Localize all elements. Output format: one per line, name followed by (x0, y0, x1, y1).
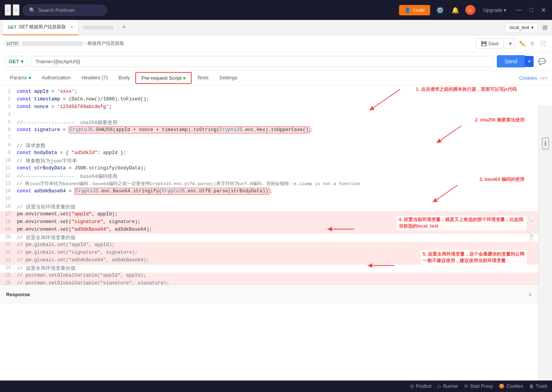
doc-button[interactable]: 📄 (538, 38, 547, 49)
line-num-12: 12 (0, 173, 15, 179)
line-num-5: 5 (0, 119, 15, 125)
breadcrumb-endpoint-name: 根据用户信息获取 (87, 40, 124, 47)
response-title: Response (6, 292, 30, 297)
tab-prerequest-label: Pre-request Script (141, 75, 182, 81)
cookies-status-label: Cookies (506, 384, 523, 389)
line-num-7: 7 (0, 134, 15, 140)
upgrade-button[interactable]: Upgrade ▾ (480, 6, 509, 15)
line-num-16: 16 (0, 203, 15, 209)
line-content-25: // postman.setGlobalVariable("appId", ap… (15, 272, 538, 279)
upgrade-chevron-icon: ▾ (504, 7, 506, 13)
code-line-20: 20 // 设置全局环境变量的值 (0, 234, 538, 242)
save-button[interactable]: 💾 Save (476, 38, 504, 49)
url-input[interactable] (31, 56, 494, 67)
tab-params-label: Params (10, 75, 27, 80)
invite-label: Invite (413, 7, 425, 13)
line-content-10: // 将参数转为json字符串 (15, 157, 538, 165)
code-line-25: 25 // postman.setGlobalVariable("appId",… (0, 272, 538, 280)
collapse-panel-icon[interactable]: ‹ (529, 216, 534, 226)
line-num-6: 6 (0, 127, 15, 133)
request-tab-active[interactable]: GET GET 根据用户信息获取 ✕ (3, 20, 79, 35)
editor-area: 1 const appId = 'xxxx'; 2 const timestam… (0, 85, 538, 304)
line-content-12: //------------------ base64编码使用 (15, 173, 538, 180)
cookies-link[interactable]: Cookies (519, 75, 537, 81)
line-content-13: // 将json字符串转为base64编码，base64编码之前一定要使用Cry… (15, 180, 538, 187)
tab-blurred[interactable] (79, 20, 119, 35)
notification-icon-button[interactable]: 🔔 (450, 5, 461, 15)
url-actions: 💾 Save ▾ ✏️ ⎘ 📄 (476, 38, 547, 49)
copy-button[interactable]: ⎘ (529, 38, 536, 49)
tab-close-icon[interactable]: ✕ (70, 25, 74, 30)
code-editor[interactable]: 1 const appId = 'xxxx'; 2 const timestam… (0, 85, 538, 285)
nav-back-button[interactable]: ‹ (5, 4, 11, 16)
avatar[interactable]: ◎ (465, 5, 475, 15)
runner-icon: ▷ (438, 384, 441, 389)
sidebar-info-button[interactable]: ℹ (542, 138, 549, 149)
settings-icon-button[interactable]: ⚙️ (435, 5, 445, 15)
cookies-status-item[interactable]: 🍪 Cookies (499, 384, 523, 389)
line-num-18: 18 (0, 219, 15, 225)
line-num-22: 22 (0, 249, 15, 255)
method-label: GET (9, 59, 19, 64)
proxy-icon: ⟳ (464, 384, 468, 389)
comment-icon-button[interactable]: 💬 (537, 56, 547, 67)
code-line-12: 12 //------------------ base64编码使用 (0, 173, 538, 180)
code-line-1: 1 const appId = 'xxxx'; (0, 89, 538, 96)
line-num-20: 20 (0, 234, 15, 240)
line-content-22: // pm.globals.set("signature", signature… (15, 249, 538, 256)
method-selector[interactable]: GET ▾ (5, 56, 28, 67)
nav-forward-button[interactable]: › (13, 4, 19, 16)
line-num-19: 19 (0, 226, 15, 232)
code-line-5: 5 //------------------ sha256摘要使用 (0, 119, 538, 127)
environment-selector[interactable]: local_test ▾ (505, 23, 538, 32)
add-tab-button[interactable]: + (119, 23, 129, 31)
invite-button[interactable]: 👤 Invite (399, 5, 430, 15)
line-content-3: const nonce = '123456789abcdefg'; (15, 104, 538, 110)
breadcrumb-area: HTTP / 根据用户信息获取 💾 Save ▾ ✏️ ⎘ 📄 (0, 35, 552, 52)
line-content-9: const bodyData = { "adSdkId": appId }; (15, 150, 538, 156)
runner-item[interactable]: ▷ Runner (438, 384, 458, 389)
line-num-26: 26 (0, 280, 15, 285)
send-button-group: Send ▾ (497, 55, 534, 67)
tab-authorization[interactable]: Authorization (36, 71, 76, 85)
env-settings-icon-button[interactable]: ⊞ (541, 22, 549, 33)
tab-settings[interactable]: Settings (214, 71, 243, 85)
code-line-22: 22 // pm.globals.set("signature", signat… (0, 249, 538, 257)
env-name: local_test (509, 25, 529, 30)
code-line-8: 8 // 请求参数 (0, 142, 538, 150)
code-line-2: 2 const timestamp = (Date.now()/1000).to… (0, 96, 538, 104)
postbot-item[interactable]: ⊙ Postbot (410, 384, 432, 389)
tab-tests[interactable]: Tests (192, 71, 214, 85)
tab-params[interactable]: Params (5, 71, 36, 85)
maximize-button[interactable]: □ (528, 5, 535, 15)
collapse-response-icon[interactable]: ∧ (528, 292, 532, 297)
line-content-21: // pm.globals.set("appId", appId); (15, 242, 538, 248)
tab-body[interactable]: Body (113, 71, 135, 85)
postbot-label: Postbot (416, 384, 432, 389)
search-bar[interactable]: 🔍 Search Postman (23, 5, 107, 16)
tab-prerequest[interactable]: Pre-request Script (135, 72, 192, 84)
code-line-19: 19 pm.environment.set("adSdkBase64", adS… (0, 226, 538, 234)
status-bar: ⊙ Postbot ▷ Runner ⟳ Start Proxy 🍪 Cooki… (0, 381, 552, 392)
save-split-button[interactable]: ▾ (506, 38, 515, 49)
send-split-button[interactable]: ▾ (525, 56, 534, 67)
minimize-button[interactable]: — (514, 5, 523, 15)
trash-status-item[interactable]: 🗑 Trash (529, 384, 547, 389)
edit-button[interactable]: ✏️ (518, 38, 527, 49)
params-dot-icon (29, 77, 31, 79)
tab-headers[interactable]: Headers (7) (76, 71, 113, 85)
save-label: Save (488, 41, 499, 46)
runner-label: Runner (443, 384, 458, 389)
code-icon[interactable]: </> (540, 75, 547, 81)
expand-panel-icon[interactable]: › (529, 230, 534, 240)
line-content-8: // 请求参数 (15, 142, 538, 149)
send-main-button[interactable]: Send (497, 55, 525, 67)
code-line-15: 15 (0, 196, 538, 203)
close-button[interactable]: ✕ (539, 5, 547, 15)
line-content-17: pm.environment.set("appId", appId); (15, 211, 538, 217)
line-num-13: 13 (0, 180, 15, 186)
line-content-18: pm.environment.set("signature", signatur… (15, 219, 538, 225)
code-line-16: 16 // 设置当前环境变量的值 (0, 203, 538, 211)
line-content-26: // postman.setGlobalVariable("signature"… (15, 280, 538, 285)
start-proxy-item[interactable]: ⟳ Start Proxy (464, 384, 493, 389)
